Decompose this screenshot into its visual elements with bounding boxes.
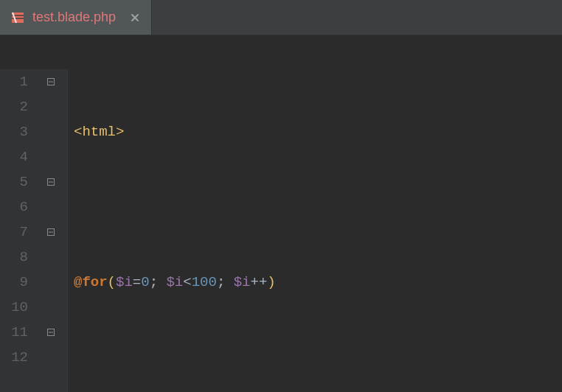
fold-toggle-icon[interactable] bbox=[46, 177, 56, 187]
close-icon[interactable] bbox=[129, 12, 141, 24]
code-content[interactable]: <html> @for($i=0; $i<100; $i++) ····<div… bbox=[68, 69, 562, 392]
code-line: @for($i=0; $i<100; $i++) bbox=[74, 270, 562, 295]
line-number: 11 bbox=[0, 320, 28, 345]
line-number: 5 bbox=[0, 169, 28, 195]
fold-gutter bbox=[38, 69, 68, 392]
line-number: 6 bbox=[0, 195, 28, 220]
line-number: 2 bbox=[0, 94, 28, 119]
tab-bar: test.blade.php bbox=[0, 0, 562, 35]
blade-file-icon bbox=[10, 10, 25, 25]
editor-tab[interactable]: test.blade.php bbox=[0, 0, 152, 35]
line-number: 3 bbox=[0, 119, 28, 144]
tab-filename: test.blade.php bbox=[32, 10, 116, 25]
code-line: <html> bbox=[74, 119, 562, 144]
line-number: 4 bbox=[0, 144, 28, 169]
code-line bbox=[74, 345, 562, 370]
line-number: 10 bbox=[0, 295, 28, 320]
line-number-gutter: 1 2 3 4 5 6 7 8 9 10 11 12 bbox=[0, 69, 38, 392]
fold-toggle-icon[interactable] bbox=[46, 77, 56, 87]
line-number: 12 bbox=[0, 345, 28, 370]
code-line bbox=[74, 195, 562, 220]
line-number: 8 bbox=[0, 245, 28, 270]
line-number: 7 bbox=[0, 220, 28, 245]
line-number: 1 bbox=[0, 69, 28, 94]
fold-end-icon[interactable] bbox=[46, 227, 56, 237]
editor: 1 2 3 4 5 6 7 8 9 10 11 12 <html> @for($… bbox=[0, 35, 562, 392]
fold-end-icon[interactable] bbox=[46, 327, 56, 337]
line-number: 9 bbox=[0, 270, 28, 295]
